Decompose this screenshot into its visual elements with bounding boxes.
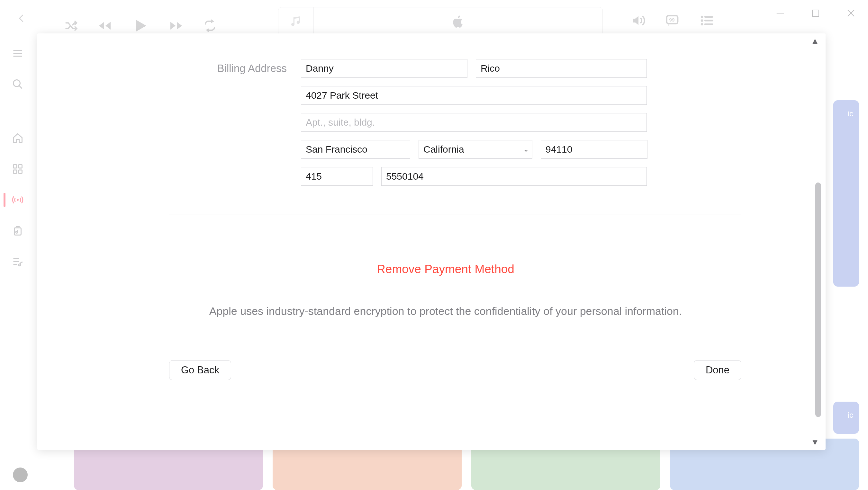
shuffle-icon[interactable] <box>64 19 78 32</box>
area-code-field[interactable] <box>301 167 373 186</box>
zip-field[interactable] <box>541 140 648 159</box>
svg-rect-20 <box>19 170 22 173</box>
radio-icon[interactable] <box>10 193 25 207</box>
bg-tile-right: ic <box>833 100 859 287</box>
first-name-field[interactable] <box>301 59 467 78</box>
bg-tile-label: ic <box>848 109 853 118</box>
last-name-field[interactable] <box>476 59 647 78</box>
bg-tile-right-2: ic <box>833 402 859 434</box>
svg-point-8 <box>701 23 704 26</box>
svg-point-6 <box>701 16 704 18</box>
scroll-up-icon[interactable]: ▲ <box>811 36 819 46</box>
svg-text:99: 99 <box>669 17 675 23</box>
library-icon[interactable] <box>10 224 25 238</box>
avatar[interactable] <box>13 467 28 482</box>
lyrics-icon[interactable]: 99 <box>665 13 680 29</box>
svg-point-21 <box>17 199 19 201</box>
svg-line-16 <box>19 86 22 89</box>
apple-logo-icon <box>314 14 602 29</box>
repeat-icon[interactable] <box>203 19 217 32</box>
queue-icon[interactable] <box>699 13 714 29</box>
now-playing-box <box>278 7 603 35</box>
back-arrow-icon <box>17 13 26 23</box>
browse-icon[interactable] <box>10 162 25 176</box>
account-overlay: ▲ ▼ Billing Address California ⌄ <box>37 33 826 450</box>
state-select-value: California <box>424 144 464 155</box>
music-art-slot <box>278 7 314 35</box>
sidebar-toggle-icon[interactable] <box>10 46 25 60</box>
go-back-button[interactable]: Go Back <box>169 360 231 380</box>
close-button[interactable] <box>843 5 859 21</box>
divider <box>169 338 741 338</box>
playlist-icon[interactable] <box>10 255 25 269</box>
city-field[interactable] <box>301 140 410 159</box>
search-icon[interactable] <box>10 77 25 91</box>
svg-rect-17 <box>13 165 17 168</box>
svg-point-7 <box>701 19 704 22</box>
svg-rect-19 <box>13 170 17 173</box>
remove-payment-link[interactable]: Remove Payment Method <box>130 262 761 276</box>
svg-rect-18 <box>19 165 22 168</box>
street-field[interactable] <box>301 86 647 105</box>
bg-tile-label: ic <box>848 411 853 420</box>
done-button[interactable]: Done <box>694 360 741 380</box>
svg-point-15 <box>13 80 20 87</box>
phone-field[interactable] <box>381 167 647 186</box>
volume-icon[interactable] <box>630 13 646 30</box>
next-icon[interactable] <box>168 18 184 33</box>
state-select[interactable]: California ⌄ <box>418 140 532 159</box>
divider <box>169 215 741 215</box>
scrollbar-thumb[interactable] <box>815 183 821 417</box>
apt-field[interactable] <box>301 113 647 132</box>
play-icon[interactable] <box>132 17 149 34</box>
home-icon[interactable] <box>10 131 25 145</box>
scroll-down-icon[interactable]: ▼ <box>811 437 819 447</box>
previous-icon[interactable] <box>97 18 113 33</box>
encryption-info-text: Apple uses industry-standard encryption … <box>130 305 761 318</box>
billing-address-label: Billing Address <box>130 59 301 186</box>
chevron-down-icon: ⌄ <box>523 145 529 154</box>
back-button[interactable] <box>13 10 30 26</box>
